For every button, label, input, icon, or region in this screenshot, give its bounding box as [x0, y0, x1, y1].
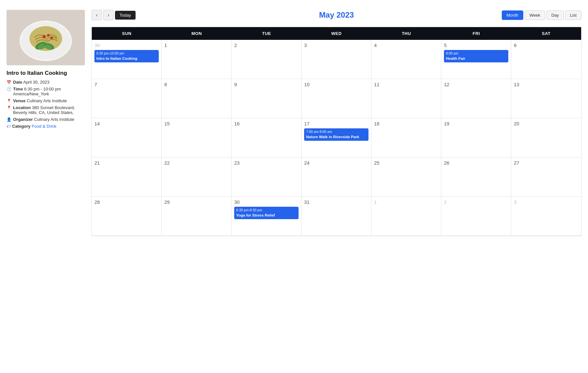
organizer-value: Culinary Arts Institute [34, 117, 74, 122]
calendar-day[interactable]: 23 [232, 157, 302, 197]
calendar-day[interactable]: 177:00 am-9:00 amNature Walk in Riversid… [302, 118, 371, 157]
calendar-day[interactable]: 6 [511, 40, 581, 79]
clock-icon: 🕐 [7, 87, 11, 91]
day-number: 12 [444, 82, 508, 87]
calendar-day[interactable]: 15 [162, 118, 232, 157]
calendar-day[interactable]: 4 [371, 40, 441, 79]
venue-row: 📍 Venue Culinary Arts Institute [7, 98, 85, 103]
calendar-day[interactable]: 19 [441, 118, 511, 157]
view-buttons: Month Week Day List [502, 10, 582, 20]
calendar-day[interactable]: 16 [232, 118, 302, 157]
venue-icon: 📍 [7, 99, 11, 103]
time-label: Time [13, 87, 23, 91]
view-month-button[interactable]: Month [502, 10, 523, 20]
calendar-day[interactable]: 10 [302, 79, 371, 118]
day-number: 20 [514, 121, 579, 126]
category-value[interactable]: Food & Drink [32, 124, 57, 129]
event-time: 6:30 pm-10:00 pm [96, 51, 157, 56]
day-number: 9 [234, 82, 299, 87]
sidebar-event-title: Intro to Italian Cooking [7, 70, 85, 76]
day-number: 11 [374, 82, 438, 87]
time-value: 6:30 pm - 10:00 pm [24, 87, 61, 91]
day-number: 21 [94, 160, 159, 166]
weekday-wed: WED [302, 27, 371, 40]
organizer-icon: 👤 [7, 117, 11, 122]
calendar-header: ‹ › Today May 2023 Month Week Day List [91, 10, 581, 20]
calendar-day[interactable]: 20 [511, 118, 581, 157]
calendar-day[interactable]: 26 [441, 157, 511, 197]
day-number: 24 [304, 160, 368, 166]
day-number: 14 [94, 121, 159, 126]
event-item[interactable]: 7:00 am-9:00 amNature Walk in Riverside … [304, 128, 368, 141]
calendar-body: 306:30 pm-10:00 pmIntro to Italian Cooki… [92, 40, 581, 236]
calendar-day[interactable]: 11 [371, 79, 441, 118]
calendar-day[interactable]: 58:00 amHealth Fair [441, 40, 511, 79]
event-item[interactable]: 6:30 pm-10:00 pmIntro to Italian Cooking [94, 50, 159, 62]
view-list-button[interactable]: List [565, 10, 581, 20]
day-number: 2 [234, 42, 299, 48]
next-button[interactable]: › [103, 10, 114, 20]
calendar-day[interactable]: 1 [371, 197, 441, 236]
day-number: 23 [234, 160, 299, 166]
time-row: 🕐 Time 6:30 pm - 10:00 pm America/New_Yo… [7, 87, 85, 96]
day-number: 8 [164, 82, 229, 87]
day-number: 30 [234, 199, 299, 205]
event-time: 7:00 am-9:00 am [306, 130, 367, 134]
calendar-day[interactable]: 3 [511, 197, 581, 236]
event-item[interactable]: 6:30 pm-8:30 pmYoga for Stress Relief [234, 207, 299, 219]
calendar-day[interactable]: 24 [302, 157, 371, 197]
day-number: 15 [164, 121, 229, 126]
calendar-day[interactable]: 21 [92, 157, 162, 197]
event-name: Nature Walk in Riverside Park [306, 135, 367, 139]
calendar-day[interactable]: 7 [92, 79, 162, 118]
event-name: Health Fair [446, 56, 506, 61]
calendar-day[interactable]: 14 [92, 118, 162, 157]
calendar-day[interactable]: 22 [162, 157, 232, 197]
organizer-row: 👤 Organizer Culinary Arts Institute [7, 117, 85, 122]
view-week-button[interactable]: Week [525, 10, 545, 20]
calendar-day[interactable]: 9 [232, 79, 302, 118]
view-day-button[interactable]: Day [547, 10, 564, 20]
calendar-grid: SUN MON TUE WED THU FRI SAT 306:30 pm-10… [91, 27, 581, 236]
calendar-day[interactable]: 1 [162, 40, 232, 79]
calendar-day[interactable]: 306:30 pm-10:00 pmIntro to Italian Cooki… [92, 40, 162, 79]
event-name: Yoga for Stress Relief [236, 213, 297, 218]
day-number: 25 [374, 160, 438, 166]
weekday-sat: SAT [511, 27, 581, 40]
day-number: 10 [304, 82, 368, 87]
today-button[interactable]: Today [115, 11, 136, 20]
day-number: 19 [444, 121, 508, 126]
calendar-day[interactable]: 8 [162, 79, 232, 118]
svg-point-8 [42, 35, 46, 38]
day-number: 18 [374, 121, 438, 126]
calendar-day[interactable]: 3 [302, 40, 371, 79]
calendar-day[interactable]: 27 [511, 157, 581, 197]
weekday-thu: THU [371, 27, 441, 40]
weekday-mon: MON [162, 27, 232, 40]
calendar-day[interactable]: 306:30 pm-8:30 pmYoga for Stress Relief [232, 197, 302, 236]
calendar-day[interactable]: 18 [371, 118, 441, 157]
calendar-day[interactable]: 2 [441, 197, 511, 236]
day-number: 7 [94, 82, 159, 87]
day-number: 3 [304, 42, 368, 48]
calendar-day[interactable]: 25 [371, 157, 441, 197]
venue-label: Venue [13, 98, 25, 103]
calendar-day[interactable]: 12 [441, 79, 511, 118]
day-number: 3 [514, 199, 579, 205]
calendar-day[interactable]: 29 [162, 197, 232, 236]
prev-button[interactable]: ‹ [91, 10, 102, 20]
day-number: 1 [374, 199, 438, 205]
event-time: 8:00 am [446, 51, 506, 56]
day-number: 6 [514, 42, 579, 48]
category-label: Category [12, 124, 30, 129]
event-item[interactable]: 8:00 amHealth Fair [444, 50, 508, 62]
calendar-day[interactable]: 2 [232, 40, 302, 79]
weekday-fri: FRI [441, 27, 511, 40]
calendar-day[interactable]: 13 [511, 79, 581, 118]
calendar-day[interactable]: 31 [302, 197, 371, 236]
day-number: 16 [234, 121, 299, 126]
event-image [7, 10, 85, 65]
calendar-day[interactable]: 28 [92, 197, 162, 236]
event-details: 📅 Date April 30, 2023 🕐 Time 6:30 pm - 1… [7, 80, 85, 129]
event-sidebar: Intro to Italian Cooking 📅 Date April 30… [7, 10, 85, 363]
